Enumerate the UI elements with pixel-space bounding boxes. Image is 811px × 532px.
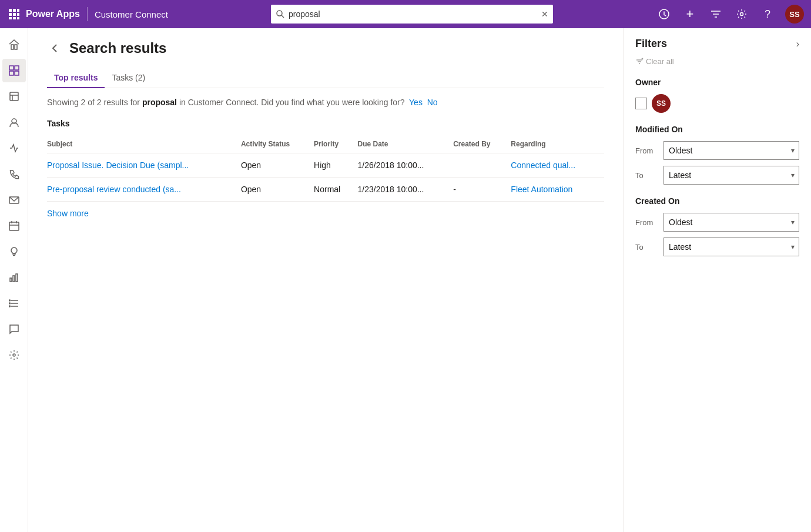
created-from-select-wrapper: Oldest Latest Custom bbox=[663, 213, 799, 232]
add-icon[interactable]: + bbox=[682, 6, 698, 22]
regarding-link-2[interactable]: Fleet Automation bbox=[511, 185, 572, 194]
sidebar bbox=[0, 28, 28, 532]
col-activity-status: Activity Status bbox=[241, 135, 314, 153]
svg-rect-16 bbox=[11, 45, 14, 49]
owner-checkbox[interactable] bbox=[635, 98, 647, 109]
svg-rect-1 bbox=[13, 9, 16, 12]
tasks-section: Tasks Subject Activity Status Priority D… bbox=[47, 119, 604, 218]
sidebar-item-calendar[interactable] bbox=[2, 214, 26, 237]
sidebar-item-home[interactable] bbox=[2, 33, 26, 56]
regarding-link-1[interactable]: Connected qual... bbox=[511, 160, 575, 170]
modified-from-select[interactable]: Oldest Latest Custom bbox=[663, 141, 799, 160]
table-row: Proposal Issue. Decision Due (sampl... O… bbox=[47, 153, 604, 178]
created-by-2: - bbox=[453, 178, 511, 202]
yes-link[interactable]: Yes bbox=[409, 98, 423, 107]
svg-rect-35 bbox=[16, 274, 18, 282]
settings-icon[interactable] bbox=[733, 6, 750, 22]
filters-chevron-icon[interactable]: › bbox=[796, 39, 799, 49]
show-more-link[interactable]: Show more bbox=[47, 209, 89, 218]
content-area: Search results Top results Tasks (2) Sho… bbox=[28, 28, 811, 532]
topnav-actions: + ? SS bbox=[656, 5, 804, 24]
subject-link-1[interactable]: Proposal Issue. Decision Due (sampl... bbox=[47, 160, 189, 170]
svg-rect-6 bbox=[9, 17, 12, 19]
svg-rect-2 bbox=[17, 9, 19, 12]
col-regarding: Regarding bbox=[511, 135, 604, 153]
filters-panel: Filters › Clear all Owner SS bbox=[623, 28, 811, 532]
sidebar-item-mail[interactable] bbox=[2, 188, 26, 212]
svg-rect-27 bbox=[9, 222, 19, 230]
svg-rect-34 bbox=[13, 276, 15, 282]
modified-on-filter: Modified On From Oldest Latest Custom T bbox=[635, 125, 799, 185]
svg-point-42 bbox=[13, 354, 15, 356]
no-link[interactable]: No bbox=[427, 98, 438, 107]
tab-top-results[interactable]: Top results bbox=[47, 68, 105, 88]
owner-avatar[interactable]: SS bbox=[652, 94, 671, 113]
sidebar-item-settings[interactable] bbox=[2, 343, 26, 367]
clear-search-icon[interactable]: ✕ bbox=[541, 9, 548, 19]
svg-rect-20 bbox=[9, 71, 14, 75]
main-content: Search results Top results Tasks (2) Sho… bbox=[28, 28, 623, 532]
created-to-select-wrapper: Latest Oldest Custom bbox=[663, 237, 799, 256]
due-date-1: 1/26/2018 10:00... bbox=[358, 153, 454, 178]
sidebar-item-records[interactable] bbox=[2, 85, 26, 108]
results-info: Showing 2 of 2 results for proposal in C… bbox=[47, 98, 604, 107]
created-to-label: To bbox=[635, 243, 656, 252]
circle-icon[interactable] bbox=[656, 6, 672, 22]
modified-from-select-wrapper: Oldest Latest Custom bbox=[663, 141, 799, 160]
main-layout: Search results Top results Tasks (2) Sho… bbox=[0, 28, 811, 532]
page-header: Search results bbox=[47, 40, 604, 56]
env-name: Customer Connect bbox=[95, 9, 168, 19]
activity-status-2: Open bbox=[241, 178, 314, 202]
svg-rect-8 bbox=[17, 17, 19, 19]
svg-point-41 bbox=[9, 306, 10, 307]
back-button[interactable] bbox=[47, 40, 63, 56]
sidebar-item-chat[interactable] bbox=[2, 317, 26, 341]
from-label: From bbox=[635, 146, 656, 155]
subject-link-2[interactable]: Pre-proposal review conducted (sa... bbox=[47, 185, 181, 194]
owner-filter-title: Owner bbox=[635, 78, 799, 87]
tab-tasks[interactable]: Tasks (2) bbox=[105, 68, 152, 88]
svg-rect-7 bbox=[13, 17, 16, 19]
svg-rect-3 bbox=[9, 13, 12, 16]
sidebar-item-reports[interactable] bbox=[2, 266, 26, 289]
to-label: To bbox=[635, 171, 656, 180]
created-to-select[interactable]: Latest Oldest Custom bbox=[663, 237, 799, 256]
sidebar-item-lists[interactable] bbox=[2, 292, 26, 315]
results-table: Subject Activity Status Priority Due Dat… bbox=[47, 135, 604, 202]
modified-from-row: From Oldest Latest Custom bbox=[635, 141, 799, 160]
clear-filter-icon bbox=[635, 58, 644, 66]
svg-rect-17 bbox=[15, 45, 17, 49]
sidebar-item-dashboards[interactable] bbox=[2, 59, 26, 82]
priority-1: High bbox=[314, 153, 357, 178]
col-created-by: Created By bbox=[453, 135, 511, 153]
search-input[interactable] bbox=[289, 9, 538, 19]
tasks-section-title: Tasks bbox=[47, 119, 604, 128]
tabs: Top results Tasks (2) bbox=[47, 68, 604, 88]
svg-point-9 bbox=[277, 11, 282, 16]
filters-title: Filters bbox=[635, 38, 667, 50]
created-by-1 bbox=[453, 153, 511, 178]
sidebar-item-ideas[interactable] bbox=[2, 240, 26, 263]
col-priority: Priority bbox=[314, 135, 357, 153]
clear-all-button[interactable]: Clear all bbox=[635, 57, 799, 66]
created-from-label: From bbox=[635, 218, 656, 227]
results-pre: Showing 2 of 2 results for bbox=[47, 98, 142, 107]
svg-line-10 bbox=[281, 15, 284, 18]
svg-rect-4 bbox=[13, 13, 16, 16]
filters-header: Filters › bbox=[635, 38, 799, 50]
created-from-select[interactable]: Oldest Latest Custom bbox=[663, 213, 799, 232]
table-row: Pre-proposal review conducted (sa... Ope… bbox=[47, 178, 604, 202]
topnav-divider bbox=[87, 7, 88, 21]
sidebar-item-contacts[interactable] bbox=[2, 111, 26, 134]
page-container: Search results Top results Tasks (2) Sho… bbox=[28, 28, 811, 532]
owner-filter: Owner SS bbox=[635, 78, 799, 113]
grid-icon[interactable] bbox=[7, 7, 21, 21]
filter-icon[interactable] bbox=[708, 6, 724, 22]
help-icon[interactable]: ? bbox=[759, 6, 776, 22]
modified-to-select[interactable]: Latest Oldest Custom bbox=[663, 166, 799, 185]
svg-point-40 bbox=[9, 303, 10, 304]
created-from-row: From Oldest Latest Custom bbox=[635, 213, 799, 232]
user-avatar[interactable]: SS bbox=[785, 5, 804, 24]
sidebar-item-phone[interactable] bbox=[2, 162, 26, 186]
sidebar-item-activities[interactable] bbox=[2, 136, 26, 160]
